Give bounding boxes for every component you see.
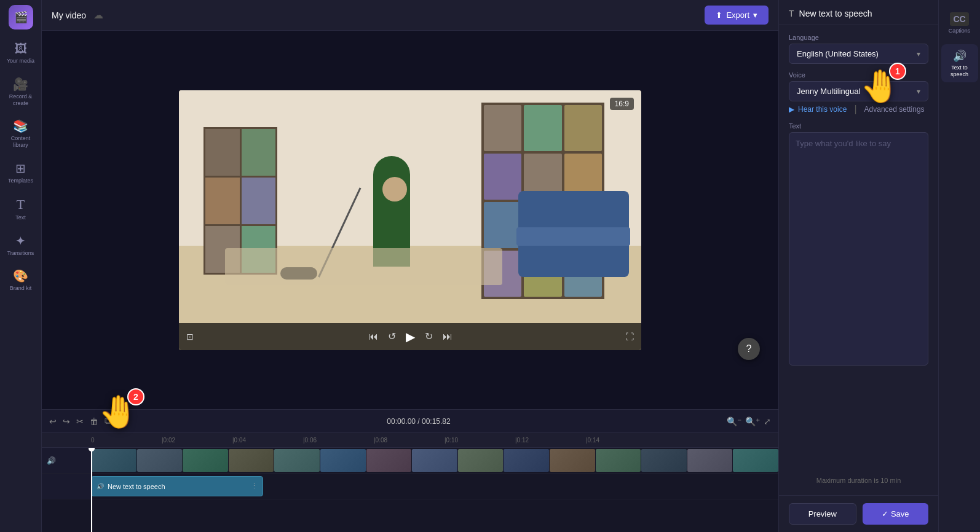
redo-button[interactable]: ↪ (63, 417, 70, 426)
playhead[interactable] (91, 448, 92, 532)
record-icon: 🎥 (13, 77, 28, 92)
sidebar-item-record-create[interactable]: 🎥 Record & create (2, 72, 39, 112)
separator: | (854, 104, 856, 115)
thumb-11 (550, 449, 595, 472)
far-right-captions[interactable]: CC Captions (941, 7, 978, 39)
panel-body: Language English (United States) ▾ Voice… (779, 25, 938, 495)
voice-label: Voice (789, 71, 928, 79)
your-media-icon: 🖼 (15, 42, 27, 56)
sidebar-item-label: Record & create (5, 93, 37, 107)
tts-clip[interactable]: 🔊 New text to speech ⋮ (91, 476, 263, 496)
far-right-tts[interactable]: 🔊 Text to speech (941, 44, 978, 83)
text-field: Text (789, 122, 928, 467)
cut-button[interactable]: ✂ (76, 417, 84, 426)
right-panel: T New text to speech Language English (U… (778, 0, 938, 532)
far-right-panel: CC Captions 🔊 Text to speech (938, 0, 980, 532)
thumb-12 (596, 449, 641, 472)
rug (225, 248, 502, 285)
sidebar-item-your-media[interactable]: 🖼 Your media (2, 37, 39, 69)
language-field: Language English (United States) ▾ (789, 34, 928, 64)
forward-button[interactable]: ↻ (425, 331, 433, 342)
audio-icon: 🔊 (47, 456, 56, 465)
undo-button[interactable]: ↩ (49, 417, 57, 426)
replay-button[interactable]: ↺ (388, 331, 396, 342)
project-title: My video (52, 10, 86, 20)
ruler-mark-04: |0:04 (232, 437, 246, 444)
ruler-mark-0: 0 (91, 437, 95, 444)
thumb-8 (412, 449, 457, 472)
thumb-2 (137, 449, 183, 472)
captions-icon: CC (950, 12, 968, 26)
panel-title-icon: T (789, 9, 794, 18)
zoom-in-button[interactable]: 🔍⁺ (745, 417, 760, 426)
tts-track-label (42, 474, 91, 499)
text-label: Text (789, 122, 928, 130)
fit-button[interactable]: ⤢ (764, 417, 771, 426)
aspect-ratio-badge: 16:9 (610, 98, 634, 110)
help-button[interactable]: ? (738, 338, 760, 360)
preview-button[interactable]: Preview (789, 503, 856, 525)
max-duration-notice: Maximum duration is 10 min (789, 474, 928, 487)
export-label: Export (726, 10, 749, 20)
timeline: ↩ ↪ ✂ 🗑 ⧉ 00:00.00 / 00:15.82 🔍⁻ 🔍⁺ ⤢ 0 … (42, 409, 778, 532)
video-track-label: 🔊 (42, 448, 91, 473)
sidebar-item-transitions[interactable]: ✦ Transitions (2, 229, 39, 262)
language-dropdown-arrow: ▾ (917, 50, 920, 58)
ruler-mark-08: |0:08 (374, 437, 387, 444)
play-circle-icon: ▶ (789, 105, 794, 114)
voice-value: Jenny Multilingual (797, 87, 860, 96)
text-input[interactable] (789, 132, 928, 366)
thumb-5 (274, 449, 320, 472)
thumb-10 (504, 449, 549, 472)
panel-footer: Preview ✓ Save (779, 495, 938, 532)
video-frame (179, 90, 641, 350)
play-button[interactable]: ▶ (406, 329, 415, 344)
language-value: English (United States) (797, 49, 879, 58)
tts-track-content: 🔊 New text to speech ⋮ (91, 474, 778, 499)
thumb-14 (687, 449, 733, 472)
sidebar-item-content-library[interactable]: 📚 Content library (2, 114, 39, 154)
person-head (382, 177, 407, 201)
thumb-4 (229, 449, 274, 472)
monitor-icon[interactable]: ⊡ (186, 332, 194, 342)
timeline-tracks: 🔊 (42, 448, 778, 532)
export-dropdown-icon: ▾ (753, 10, 757, 20)
tts-clip-handle[interactable]: ⋮ (251, 482, 258, 490)
video-container: 16:9 ⊡ ⏮ ↺ ▶ ↻ ⏭ ⛶ (179, 90, 641, 350)
sidebar-item-templates[interactable]: ⊞ Templates (2, 156, 39, 189)
tts-icon: 🔊 (953, 49, 966, 63)
export-button[interactable]: ⬆ Export ▾ (705, 6, 769, 25)
panel-title: New text to speech (799, 9, 872, 18)
advanced-settings-button[interactable]: Advanced settings (864, 105, 925, 114)
skip-forward-button[interactable]: ⏭ (443, 331, 452, 342)
video-track-content[interactable] (91, 448, 778, 473)
delete-button[interactable]: 🗑 (90, 417, 98, 426)
language-label: Language (789, 34, 928, 41)
hear-voice-button[interactable]: Hear this voice (798, 105, 847, 114)
transitions-icon: ✦ (15, 233, 26, 248)
sidebar-item-text[interactable]: T Text (2, 192, 39, 226)
hear-voice-row: ▶ Hear this voice | Advanced settings (789, 104, 928, 115)
video-track-row: 🔊 (42, 448, 778, 474)
tts-clip-label: New text to speech (108, 483, 165, 490)
cloud-icon: ☁ (93, 9, 103, 21)
fullscreen-button[interactable]: ⛶ (625, 332, 634, 342)
sidebar-item-brand-kit[interactable]: 🎨 Brand kit (2, 264, 39, 297)
main-content: My video ☁ ⬆ Export ▾ (42, 0, 778, 532)
language-select[interactable]: English (United States) ▾ (789, 44, 928, 64)
captions-label: Captions (949, 28, 971, 34)
templates-icon: ⊞ (15, 161, 26, 176)
sidebar-item-label: Brand kit (10, 285, 32, 292)
ruler-mark-06: |0:06 (303, 437, 317, 444)
duplicate-button[interactable]: ⧉ (105, 416, 111, 426)
voice-select[interactable]: Jenny Multilingual ▾ (789, 81, 928, 101)
save-button[interactable]: ✓ Save (863, 503, 929, 525)
zoom-out-button[interactable]: 🔍⁻ (727, 417, 741, 426)
brand-kit-icon: 🎨 (13, 268, 28, 283)
skip-back-button[interactable]: ⏮ (368, 331, 378, 342)
app-logo[interactable]: 🎬 (9, 5, 33, 29)
tts-label: Text to speech (944, 65, 976, 78)
zoom-controls: 🔍⁻ 🔍⁺ ⤢ (727, 417, 771, 426)
ruler-mark-02: |0:02 (162, 437, 175, 444)
timeline-ruler: 0 |0:02 |0:04 |0:06 |0:08 |0:10 |0:12 |0… (42, 433, 778, 448)
